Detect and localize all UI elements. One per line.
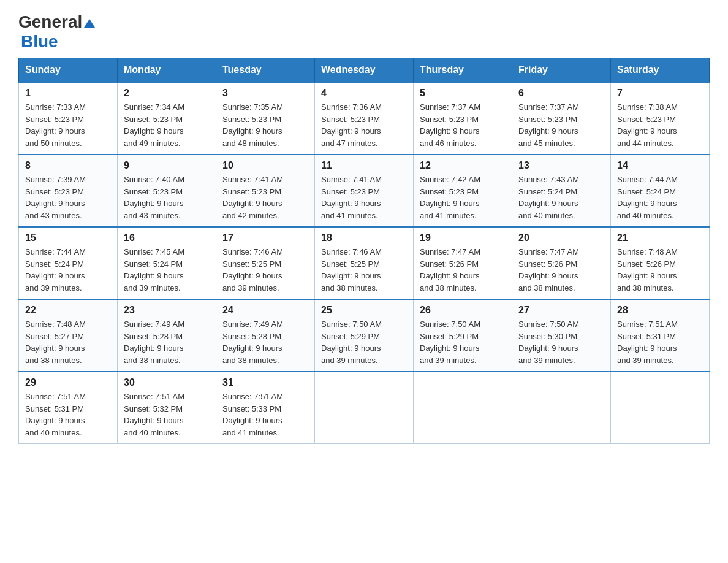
calendar-cell: 27Sunrise: 7:50 AMSunset: 5:30 PMDayligh… — [512, 299, 611, 372]
day-number: 17 — [222, 232, 308, 243]
day-number: 9 — [124, 160, 210, 171]
calendar-cell: 13Sunrise: 7:43 AMSunset: 5:24 PMDayligh… — [512, 155, 611, 227]
day-info: Sunrise: 7:47 AMSunset: 5:26 PMDaylight:… — [518, 246, 604, 294]
calendar-cell: 18Sunrise: 7:46 AMSunset: 5:25 PMDayligh… — [315, 227, 414, 299]
day-number: 26 — [420, 305, 506, 316]
calendar-week-row: 8Sunrise: 7:39 AMSunset: 5:23 PMDaylight… — [19, 155, 710, 227]
day-info: Sunrise: 7:45 AMSunset: 5:24 PMDaylight:… — [124, 246, 210, 294]
calendar-cell: 12Sunrise: 7:42 AMSunset: 5:23 PMDayligh… — [414, 155, 512, 227]
day-number: 3 — [222, 88, 308, 99]
logo-blue-text: Blue — [21, 32, 58, 51]
day-info: Sunrise: 7:46 AMSunset: 5:25 PMDaylight:… — [222, 246, 308, 294]
calendar-cell: 11Sunrise: 7:41 AMSunset: 5:23 PMDayligh… — [315, 155, 414, 227]
day-info: Sunrise: 7:48 AMSunset: 5:26 PMDaylight:… — [617, 246, 703, 294]
calendar-cell: 7Sunrise: 7:38 AMSunset: 5:23 PMDaylight… — [611, 82, 710, 155]
day-number: 31 — [222, 377, 308, 388]
calendar-cell: 19Sunrise: 7:47 AMSunset: 5:26 PMDayligh… — [414, 227, 512, 299]
svg-marker-0 — [84, 19, 95, 28]
day-info: Sunrise: 7:40 AMSunset: 5:23 PMDaylight:… — [124, 174, 210, 221]
day-info: Sunrise: 7:44 AMSunset: 5:24 PMDaylight:… — [25, 246, 111, 294]
day-number: 21 — [617, 232, 703, 243]
day-info: Sunrise: 7:44 AMSunset: 5:24 PMDaylight:… — [617, 174, 703, 221]
day-info: Sunrise: 7:42 AMSunset: 5:23 PMDaylight:… — [420, 174, 506, 221]
calendar-cell: 28Sunrise: 7:51 AMSunset: 5:31 PMDayligh… — [611, 299, 710, 372]
calendar-week-row: 22Sunrise: 7:48 AMSunset: 5:27 PMDayligh… — [19, 299, 710, 372]
day-info: Sunrise: 7:46 AMSunset: 5:25 PMDaylight:… — [321, 246, 407, 294]
day-info: Sunrise: 7:41 AMSunset: 5:23 PMDaylight:… — [321, 174, 407, 221]
calendar-cell — [512, 372, 611, 444]
day-info: Sunrise: 7:51 AMSunset: 5:31 PMDaylight:… — [25, 391, 111, 439]
day-number: 19 — [420, 232, 506, 243]
day-number: 24 — [222, 305, 308, 316]
logo-triangle-icon — [84, 18, 95, 29]
day-number: 8 — [25, 160, 111, 171]
day-number: 28 — [617, 305, 703, 316]
day-info: Sunrise: 7:37 AMSunset: 5:23 PMDaylight:… — [518, 101, 604, 149]
calendar-week-row: 29Sunrise: 7:51 AMSunset: 5:31 PMDayligh… — [19, 372, 710, 444]
day-info: Sunrise: 7:51 AMSunset: 5:31 PMDaylight:… — [617, 318, 703, 366]
calendar-cell: 8Sunrise: 7:39 AMSunset: 5:23 PMDaylight… — [19, 155, 118, 227]
calendar-cell: 24Sunrise: 7:49 AMSunset: 5:28 PMDayligh… — [216, 299, 315, 372]
day-number: 2 — [124, 88, 210, 99]
calendar-cell: 14Sunrise: 7:44 AMSunset: 5:24 PMDayligh… — [611, 155, 710, 227]
calendar-week-row: 15Sunrise: 7:44 AMSunset: 5:24 PMDayligh… — [19, 227, 710, 299]
day-number: 27 — [518, 305, 604, 316]
day-number: 15 — [25, 232, 111, 243]
calendar-cell: 21Sunrise: 7:48 AMSunset: 5:26 PMDayligh… — [611, 227, 710, 299]
day-info: Sunrise: 7:41 AMSunset: 5:23 PMDaylight:… — [222, 174, 308, 221]
calendar-cell: 10Sunrise: 7:41 AMSunset: 5:23 PMDayligh… — [216, 155, 315, 227]
day-number: 30 — [124, 377, 210, 388]
day-header-friday: Friday — [512, 58, 611, 83]
calendar-cell: 22Sunrise: 7:48 AMSunset: 5:27 PMDayligh… — [19, 299, 118, 372]
logo-general-text: General — [18, 12, 95, 32]
day-header-thursday: Thursday — [414, 58, 512, 83]
day-info: Sunrise: 7:36 AMSunset: 5:23 PMDaylight:… — [321, 101, 407, 149]
day-info: Sunrise: 7:38 AMSunset: 5:23 PMDaylight:… — [617, 101, 703, 149]
day-info: Sunrise: 7:49 AMSunset: 5:28 PMDaylight:… — [222, 318, 308, 366]
day-header-sunday: Sunday — [19, 58, 118, 83]
calendar-cell — [414, 372, 512, 444]
day-number: 1 — [25, 88, 111, 99]
day-info: Sunrise: 7:49 AMSunset: 5:28 PMDaylight:… — [124, 318, 210, 366]
day-info: Sunrise: 7:43 AMSunset: 5:24 PMDaylight:… — [518, 174, 604, 221]
day-info: Sunrise: 7:47 AMSunset: 5:26 PMDaylight:… — [420, 246, 506, 294]
calendar-cell: 2Sunrise: 7:34 AMSunset: 5:23 PMDaylight… — [118, 82, 216, 155]
day-number: 5 — [420, 88, 506, 99]
calendar-cell: 3Sunrise: 7:35 AMSunset: 5:23 PMDaylight… — [216, 82, 315, 155]
calendar-week-row: 1Sunrise: 7:33 AMSunset: 5:23 PMDaylight… — [19, 82, 710, 155]
day-number: 11 — [321, 160, 407, 171]
calendar-cell: 5Sunrise: 7:37 AMSunset: 5:23 PMDaylight… — [414, 82, 512, 155]
day-info: Sunrise: 7:48 AMSunset: 5:27 PMDaylight:… — [25, 318, 111, 366]
day-number: 23 — [124, 305, 210, 316]
day-header-tuesday: Tuesday — [216, 58, 315, 83]
day-number: 29 — [25, 377, 111, 388]
calendar-cell: 9Sunrise: 7:40 AMSunset: 5:23 PMDaylight… — [118, 155, 216, 227]
day-header-saturday: Saturday — [611, 58, 710, 83]
day-number: 25 — [321, 305, 407, 316]
day-number: 18 — [321, 232, 407, 243]
calendar-header-row: SundayMondayTuesdayWednesdayThursdayFrid… — [19, 58, 710, 83]
calendar-cell: 26Sunrise: 7:50 AMSunset: 5:29 PMDayligh… — [414, 299, 512, 372]
calendar-cell: 20Sunrise: 7:47 AMSunset: 5:26 PMDayligh… — [512, 227, 611, 299]
day-number: 20 — [518, 232, 604, 243]
calendar-cell: 1Sunrise: 7:33 AMSunset: 5:23 PMDaylight… — [19, 82, 118, 155]
calendar-cell: 30Sunrise: 7:51 AMSunset: 5:32 PMDayligh… — [118, 372, 216, 444]
day-info: Sunrise: 7:50 AMSunset: 5:30 PMDaylight:… — [518, 318, 604, 366]
calendar-cell: 29Sunrise: 7:51 AMSunset: 5:31 PMDayligh… — [19, 372, 118, 444]
calendar-cell: 16Sunrise: 7:45 AMSunset: 5:24 PMDayligh… — [118, 227, 216, 299]
calendar-table: SundayMondayTuesdayWednesdayThursdayFrid… — [18, 58, 710, 444]
calendar-cell: 31Sunrise: 7:51 AMSunset: 5:33 PMDayligh… — [216, 372, 315, 444]
day-info: Sunrise: 7:51 AMSunset: 5:33 PMDaylight:… — [222, 391, 308, 439]
day-number: 14 — [617, 160, 703, 171]
day-info: Sunrise: 7:35 AMSunset: 5:23 PMDaylight:… — [222, 101, 308, 149]
day-info: Sunrise: 7:50 AMSunset: 5:29 PMDaylight:… — [321, 318, 407, 366]
day-number: 12 — [420, 160, 506, 171]
day-info: Sunrise: 7:50 AMSunset: 5:29 PMDaylight:… — [420, 318, 506, 366]
day-info: Sunrise: 7:51 AMSunset: 5:32 PMDaylight:… — [124, 391, 210, 439]
day-number: 6 — [518, 88, 604, 99]
day-number: 7 — [617, 88, 703, 99]
calendar-cell: 6Sunrise: 7:37 AMSunset: 5:23 PMDaylight… — [512, 82, 611, 155]
calendar-cell: 23Sunrise: 7:49 AMSunset: 5:28 PMDayligh… — [118, 299, 216, 372]
day-number: 16 — [124, 232, 210, 243]
day-number: 22 — [25, 305, 111, 316]
